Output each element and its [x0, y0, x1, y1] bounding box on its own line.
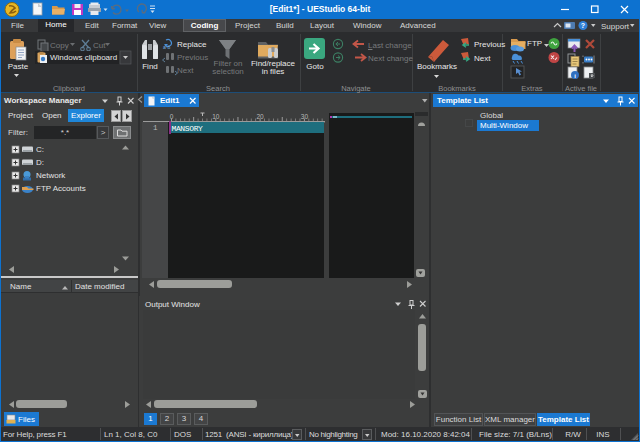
svg-text:?: ? [581, 22, 585, 29]
svg-text:a·b: a·b [163, 44, 170, 50]
svg-text:Support: Support [601, 22, 630, 31]
